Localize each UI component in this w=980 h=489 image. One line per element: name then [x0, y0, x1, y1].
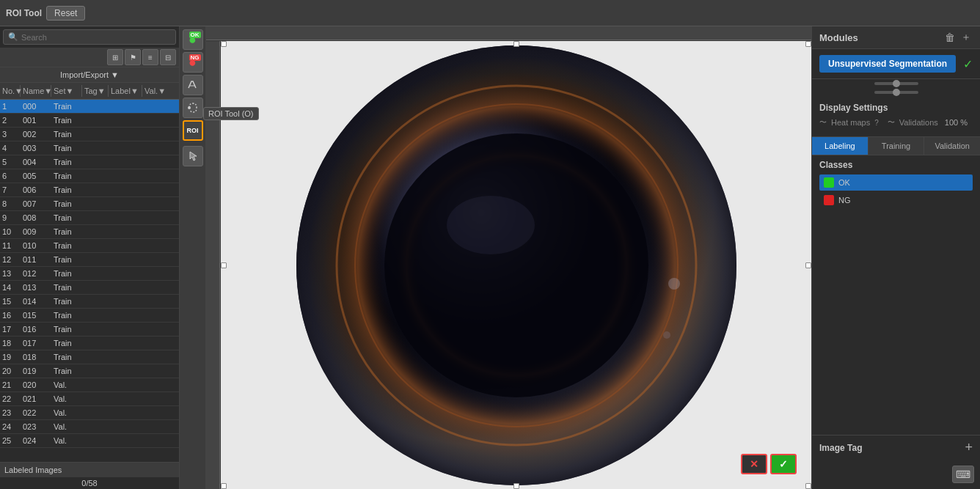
table-row[interactable]: 2 001 Train — [0, 114, 179, 128]
lasso-tool[interactable] — [183, 98, 203, 118]
cell-set: Train — [51, 225, 82, 238]
table-row[interactable]: 1 000 Train — [0, 100, 179, 114]
icon-btn-grid[interactable]: ⊞ — [107, 49, 123, 65]
handle-bl[interactable] — [221, 483, 227, 489]
class-color-ng — [824, 195, 834, 205]
cell-tag — [82, 239, 109, 252]
class-item-ok[interactable]: OK — [819, 174, 973, 191]
cell-label — [109, 295, 142, 308]
table-row[interactable]: 7 006 Train — [0, 183, 179, 197]
cell-name: 013 — [21, 281, 51, 294]
import-export-bar[interactable]: Import/Export ▼ — [0, 67, 179, 83]
handle-br[interactable] — [805, 483, 811, 489]
handle-tr[interactable] — [805, 41, 811, 47]
table-row[interactable]: 6 005 Train — [0, 169, 179, 183]
cell-set: Train — [51, 267, 82, 280]
table-row[interactable]: 8 007 Train — [0, 197, 179, 211]
image-canvas[interactable]: ✕ ✓ — [221, 41, 811, 489]
paint-tool[interactable] — [183, 75, 203, 95]
table-row[interactable]: 12 011 Train — [0, 253, 179, 267]
col-header-tag[interactable]: Tag▼ — [82, 85, 109, 97]
table-row[interactable]: 22 021 Val. — [0, 392, 179, 406]
col-header-set[interactable]: Set▼ — [51, 85, 82, 97]
left-panel: 🔍 ⊞ ⚑ ≡ ⊟ Import/Export ▼ No.▼ Name▼ Set… — [0, 26, 180, 489]
table-row[interactable]: 17 016 Train — [0, 323, 179, 337]
canvas-content: ✕ ✓ — [206, 41, 811, 489]
add-tag-button[interactable]: + — [965, 440, 973, 455]
cell-label — [109, 337, 142, 350]
table-row[interactable]: 15 014 Train — [0, 295, 179, 309]
cell-name: 002 — [21, 128, 51, 141]
heat-maps-row: 〜 Heat maps ? 〜 Validations 100 % — [819, 117, 973, 128]
table-row[interactable]: 3 002 Train — [0, 128, 179, 141]
table-row[interactable]: 13 012 Train — [0, 267, 179, 281]
cell-name: 008 — [21, 211, 51, 224]
arrow-tool[interactable] — [183, 146, 203, 166]
table-row[interactable]: 21 020 Val. — [0, 378, 179, 392]
handle-tl[interactable] — [221, 41, 227, 47]
tab-validation[interactable]: Validation — [924, 137, 980, 155]
icon-btn-list[interactable]: ≡ — [142, 49, 158, 65]
table-row[interactable]: 25 024 Val. — [0, 434, 179, 448]
cell-val — [142, 225, 172, 238]
table-row[interactable]: 5 004 Train — [0, 155, 179, 169]
handle-top[interactable] — [513, 41, 519, 47]
table-row[interactable]: 9 008 Train — [0, 211, 179, 225]
search-input[interactable] — [21, 33, 171, 42]
add-module-button[interactable]: ＋ — [959, 31, 973, 44]
trash-icon-button[interactable]: 🗑 — [943, 31, 957, 44]
table-row[interactable]: 18 017 Train — [0, 337, 179, 350]
icon-btn-flag[interactable]: ⚑ — [125, 49, 141, 65]
cell-name: 009 — [21, 225, 51, 238]
icon-btn-export[interactable]: ⊟ — [160, 49, 176, 65]
confirm-check-button[interactable]: ✓ — [770, 454, 797, 474]
cell-tag — [82, 309, 109, 322]
heat-maps-question-icon[interactable]: ? — [874, 119, 879, 127]
cell-label — [109, 253, 142, 266]
cell-set: Train — [51, 155, 82, 169]
ok-badge-tool[interactable]: ● OK — [183, 29, 203, 50]
table-row[interactable]: 19 018 Train — [0, 350, 179, 364]
table-row[interactable]: 20 019 Train — [0, 364, 179, 378]
cell-val — [142, 239, 172, 252]
module-slider-top[interactable] — [874, 82, 918, 85]
table-row[interactable]: 4 003 Train — [0, 141, 179, 155]
keyboard-button[interactable]: ⌨ — [952, 466, 974, 483]
tab-training[interactable]: Training — [869, 137, 925, 155]
col-header-no[interactable]: No.▼ — [0, 85, 21, 97]
handle-bottom[interactable] — [513, 483, 519, 489]
module-slider-bottom[interactable] — [874, 91, 918, 94]
reset-button[interactable]: Reset — [46, 6, 85, 21]
cell-label — [109, 434, 142, 447]
handle-right[interactable] — [805, 262, 811, 268]
col-header-name[interactable]: Name▼ — [21, 85, 51, 97]
ruler-top — [206, 26, 811, 41]
tab-labeling[interactable]: Labeling — [812, 137, 869, 155]
class-item-ng[interactable]: NG — [819, 192, 973, 208]
table-row[interactable]: 14 013 Train — [0, 281, 179, 295]
table-row[interactable]: 16 015 Train — [0, 309, 179, 323]
col-header-label[interactable]: Label▼ — [109, 85, 142, 97]
cell-no: 16 — [0, 309, 21, 322]
cell-set: Train — [51, 239, 82, 252]
confirm-x-button[interactable]: ✕ — [741, 454, 767, 474]
table-row[interactable]: 11 010 Train — [0, 239, 179, 253]
cell-no: 4 — [0, 141, 21, 155]
ng-badge-tool[interactable]: ● NG — [183, 52, 203, 73]
table-body[interactable]: 1 000 Train 2 001 Train 3 002 Train 4 00… — [0, 100, 179, 462]
roi-tool[interactable]: ROI — [183, 120, 203, 141]
cell-val — [142, 309, 172, 322]
table-row[interactable]: 23 022 Val. — [0, 406, 179, 420]
table-row[interactable]: 24 023 Val. — [0, 420, 179, 434]
right-panel: Modules 🗑 ＋ Unsupervised Segmentation ✓ … — [811, 26, 980, 489]
col-header-val[interactable]: Val.▼ — [142, 85, 172, 97]
handle-left[interactable] — [221, 262, 227, 268]
cell-name: 005 — [21, 169, 51, 183]
cell-set: Train — [51, 183, 82, 196]
module-item: Unsupervised Segmentation ✓ — [812, 49, 980, 79]
table-row[interactable]: 10 009 Train — [0, 225, 179, 239]
cell-label — [109, 392, 142, 405]
cell-set: Train — [51, 211, 82, 224]
display-settings-title: Display Settings — [819, 103, 973, 113]
unsupervised-segmentation-button[interactable]: Unsupervised Segmentation — [819, 55, 956, 73]
